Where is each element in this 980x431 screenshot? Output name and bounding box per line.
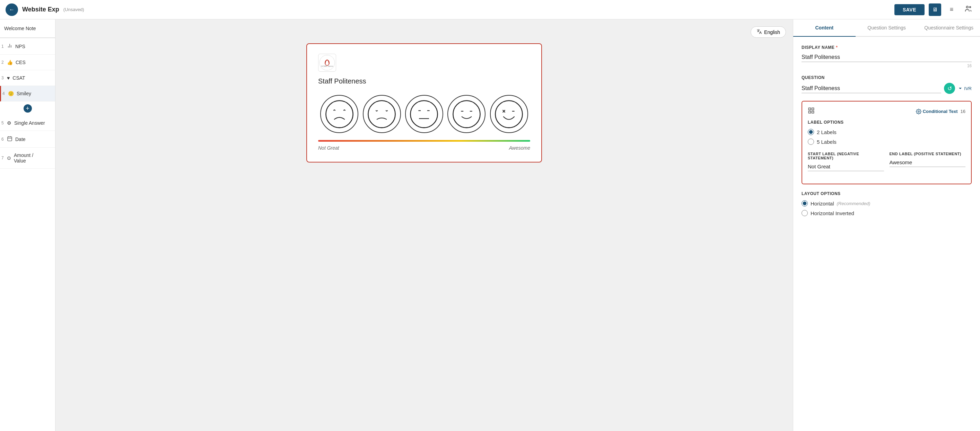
- item-num-4: 4: [2, 91, 5, 96]
- smiley-neutral[interactable]: [405, 95, 443, 133]
- svg-rect-23: [809, 108, 811, 110]
- tab-content[interactable]: Content: [793, 19, 856, 37]
- layout-options-group: Horizontal (Recommended) Horizontal Inve…: [802, 200, 972, 216]
- right-panel: Content Question Settings Questionnaire …: [793, 19, 980, 431]
- sidebar-welcome[interactable]: Welcome Note: [0, 19, 55, 38]
- svg-point-9: [320, 55, 335, 70]
- menu-button[interactable]: ≡: [945, 3, 958, 16]
- survey-question-title: Staff Politeness: [318, 77, 530, 85]
- item-num-1: 1: [2, 44, 4, 49]
- end-label-input[interactable]: [889, 158, 966, 167]
- sidebar-item-amount[interactable]: 7 ⊙ Amount / Value: [0, 148, 55, 169]
- language-label: English: [764, 29, 780, 35]
- save-button[interactable]: SAVE: [894, 4, 924, 15]
- label-option-2[interactable]: 2 Labels: [808, 129, 966, 135]
- label-option-2-radio[interactable]: [808, 129, 814, 135]
- sidebar-item-ces[interactable]: 2 👍 CES: [0, 55, 55, 70]
- end-label-col: END LABEL (POSITIVE STATEMENT): [889, 152, 966, 171]
- scale-end-label: Awesome: [509, 145, 530, 151]
- unsaved-badge: (Unsaved): [64, 7, 84, 12]
- svg-point-12: [326, 100, 353, 127]
- layout-section: LAYOUT OPTIONS Horizontal (Recommended) …: [802, 191, 972, 216]
- label-options-title: LABEL OPTIONS: [808, 120, 966, 125]
- sidebar-label-date: Date: [15, 137, 25, 142]
- svg-point-21: [496, 100, 523, 127]
- language-button[interactable]: English: [751, 26, 786, 38]
- conditional-settings-button[interactable]: Conditional Text: [916, 109, 958, 115]
- conditional-grid-icon: [808, 107, 815, 116]
- item-num-5: 5: [2, 121, 4, 126]
- smiley-icon: 🙂: [8, 91, 14, 96]
- sidebar-item-smiley[interactable]: 4 🙂 Smiley: [0, 86, 55, 102]
- layout-horizontal-radio[interactable]: [802, 200, 808, 207]
- start-label-input[interactable]: [808, 162, 884, 171]
- smiley-very-happy[interactable]: [490, 95, 528, 133]
- survey-card: ACME Demo Staff Politeness: [306, 43, 542, 162]
- scale-labels: Not Great Awesome: [318, 145, 530, 151]
- csat-icon: ♥: [7, 75, 10, 81]
- smiley-very-sad[interactable]: [320, 95, 358, 133]
- ivr-label: IVR: [964, 86, 972, 91]
- sidebar-label-amount: Amount / Value: [14, 153, 33, 164]
- smiley-happy[interactable]: [447, 95, 485, 133]
- tab-question-settings[interactable]: Question Settings: [856, 19, 918, 37]
- right-content: DISPLAY NAME * 16 QUESTION ↺ IVR: [793, 37, 980, 431]
- question-section: QUESTION ↺ IVR: [802, 75, 972, 94]
- item-num-3: 3: [2, 76, 4, 80]
- monitor-button[interactable]: 🖥: [929, 3, 941, 16]
- display-name-input[interactable]: [802, 52, 972, 62]
- refresh-button[interactable]: ↺: [944, 83, 955, 94]
- right-tabs: Content Question Settings Questionnaire …: [793, 19, 980, 37]
- label-option-5[interactable]: 5 Labels: [808, 138, 966, 145]
- sidebar-item-csat[interactable]: 3 ♥ CSAT: [0, 70, 55, 86]
- item-num-2: 2: [2, 60, 4, 65]
- amount-icon: ⊙: [7, 155, 11, 161]
- people-button[interactable]: [962, 3, 974, 16]
- ivr-button[interactable]: IVR: [958, 86, 972, 91]
- layout-horizontal[interactable]: Horizontal (Recommended): [802, 200, 972, 207]
- layout-horizontal-note: (Recommended): [837, 201, 870, 206]
- ces-icon: 👍: [7, 60, 13, 65]
- smiley-faces-row: [318, 95, 530, 133]
- sidebar-item-single-answer[interactable]: 5 ⚙ Single Answer: [0, 115, 55, 131]
- sidebar-item-date[interactable]: 6 Date: [0, 131, 55, 148]
- layout-inverted-radio[interactable]: [802, 210, 808, 216]
- main-layout: Welcome Note 1 NPS 2 👍 CES 3 ♥ CSAT 4: [0, 19, 980, 431]
- add-question-button[interactable]: +: [0, 102, 55, 115]
- display-name-label: DISPLAY NAME *: [802, 45, 972, 50]
- sidebar-item-nps[interactable]: 1 NPS: [0, 38, 55, 55]
- tab-questionnaire-settings[interactable]: Questionnaire Settings: [918, 19, 980, 37]
- layout-inverted-label: Horizontal Inverted: [811, 210, 854, 216]
- sidebar: Welcome Note 1 NPS 2 👍 CES 3 ♥ CSAT 4: [0, 19, 56, 431]
- conditional-badge: 16: [961, 109, 966, 114]
- end-label-title: END LABEL (POSITIVE STATEMENT): [889, 152, 966, 156]
- scale-start-label: Not Great: [318, 145, 339, 151]
- question-row: ↺ IVR: [802, 83, 972, 94]
- svg-rect-25: [809, 111, 811, 113]
- nps-icon: [7, 43, 13, 49]
- conditional-left: [808, 107, 815, 116]
- label-option-2-text: 2 Labels: [817, 129, 837, 135]
- label-option-5-text: 5 Labels: [817, 139, 837, 145]
- label-option-5-radio[interactable]: [808, 138, 814, 145]
- label-inputs: START LABEL (NEGATIVE STATEMENT) END LAB…: [808, 152, 966, 171]
- single-answer-icon: ⚙: [7, 120, 11, 126]
- item-num-7: 7: [2, 156, 4, 161]
- sidebar-label-smiley: Smiley: [17, 91, 31, 96]
- start-label-title: START LABEL (NEGATIVE STATEMENT): [808, 152, 884, 160]
- svg-point-1: [970, 6, 971, 8]
- back-icon: ←: [9, 6, 14, 13]
- svg-point-0: [966, 6, 969, 8]
- conditional-right: Conditional Text 16: [916, 109, 966, 115]
- sidebar-label-ces: CES: [16, 60, 25, 65]
- layout-horizontal-inverted[interactable]: Horizontal Inverted: [802, 210, 972, 216]
- back-button[interactable]: ←: [6, 3, 18, 16]
- topbar: ← Website Exp (Unsaved) SAVE 🖥 ≡: [0, 0, 980, 19]
- question-input[interactable]: [802, 84, 941, 93]
- start-label-col: START LABEL (NEGATIVE STATEMENT): [808, 152, 884, 171]
- item-num-6: 6: [2, 137, 4, 142]
- app-title: Website Exp: [22, 6, 59, 13]
- date-icon: [7, 136, 13, 142]
- layout-options-title: LAYOUT OPTIONS: [802, 191, 972, 196]
- smiley-sad[interactable]: [363, 95, 401, 133]
